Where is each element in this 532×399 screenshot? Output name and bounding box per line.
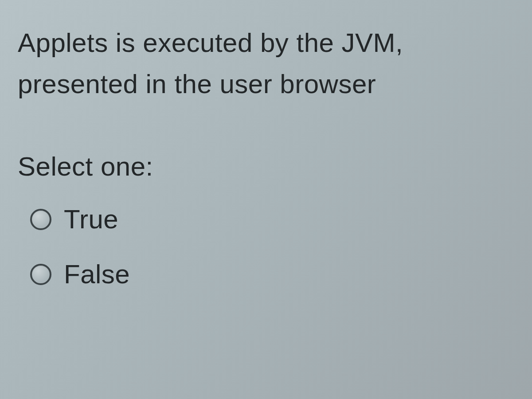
option-true[interactable]: True	[30, 204, 514, 235]
option-label: True	[64, 204, 118, 235]
option-false[interactable]: False	[30, 259, 514, 289]
options-group: True False	[18, 204, 514, 289]
radio-icon	[30, 264, 51, 285]
option-label: False	[64, 259, 130, 289]
question-text: Applets is executed by the JVM, presente…	[18, 22, 514, 105]
radio-icon	[30, 209, 51, 230]
select-one-prompt: Select one:	[18, 151, 514, 182]
